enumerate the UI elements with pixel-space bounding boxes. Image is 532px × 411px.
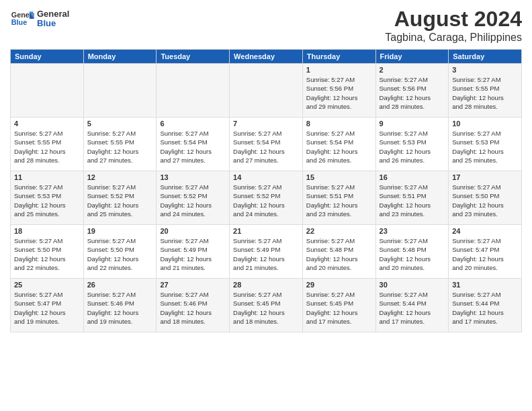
logo-text-general: General [37, 9, 69, 19]
day-number: 24 [452, 227, 518, 235]
calendar-cell: 25 Sunrise: 5:27 AM Sunset: 5:47 PM Dayl… [11, 279, 84, 332]
day-info: Sunrise: 5:27 AM Sunset: 5:47 PM Dayligh… [14, 291, 66, 325]
calendar-cell: 29 Sunrise: 5:27 AM Sunset: 5:45 PM Dayl… [302, 279, 375, 332]
calendar-week-row: 4 Sunrise: 5:27 AM Sunset: 5:55 PM Dayli… [11, 118, 522, 171]
day-number: 5 [87, 120, 153, 128]
day-info: Sunrise: 5:27 AM Sunset: 5:45 PM Dayligh… [306, 291, 358, 325]
day-info: Sunrise: 5:27 AM Sunset: 5:51 PM Dayligh… [306, 183, 358, 218]
day-number: 12 [87, 173, 153, 181]
col-friday: Friday [375, 50, 449, 64]
day-number: 3 [452, 66, 518, 74]
calendar-cell: 2 Sunrise: 5:27 AM Sunset: 5:56 PM Dayli… [375, 64, 449, 118]
day-info: Sunrise: 5:27 AM Sunset: 5:54 PM Dayligh… [306, 130, 358, 164]
day-info: Sunrise: 5:27 AM Sunset: 5:50 PM Dayligh… [452, 183, 504, 218]
calendar-cell: 18 Sunrise: 5:27 AM Sunset: 5:50 PM Dayl… [11, 225, 84, 279]
day-number: 22 [306, 227, 372, 235]
day-number: 6 [160, 120, 226, 128]
calendar-cell: 14 Sunrise: 5:27 AM Sunset: 5:52 PM Dayl… [230, 171, 303, 225]
calendar-cell: 23 Sunrise: 5:27 AM Sunset: 5:48 PM Dayl… [375, 225, 449, 279]
calendar-cell [230, 64, 303, 118]
calendar-cell [83, 64, 157, 118]
calendar-cell: 15 Sunrise: 5:27 AM Sunset: 5:51 PM Dayl… [302, 171, 375, 225]
day-number: 19 [87, 227, 153, 235]
day-info: Sunrise: 5:27 AM Sunset: 5:50 PM Dayligh… [87, 237, 139, 271]
calendar-cell: 11 Sunrise: 5:27 AM Sunset: 5:53 PM Dayl… [11, 171, 84, 225]
day-info: Sunrise: 5:27 AM Sunset: 5:50 PM Dayligh… [14, 237, 66, 271]
calendar-cell: 17 Sunrise: 5:27 AM Sunset: 5:50 PM Dayl… [449, 171, 522, 225]
calendar-title: August 2024 [385, 7, 522, 32]
calendar-cell: 13 Sunrise: 5:27 AM Sunset: 5:52 PM Dayl… [157, 171, 230, 225]
day-info: Sunrise: 5:27 AM Sunset: 5:55 PM Dayligh… [87, 130, 139, 164]
logo-text-blue: Blue [37, 19, 69, 28]
day-info: Sunrise: 5:27 AM Sunset: 5:49 PM Dayligh… [160, 237, 212, 271]
calendar-cell: 31 Sunrise: 5:27 AM Sunset: 5:44 PM Dayl… [449, 279, 522, 332]
calendar-cell: 20 Sunrise: 5:27 AM Sunset: 5:49 PM Dayl… [157, 225, 230, 279]
calendar-cell: 30 Sunrise: 5:27 AM Sunset: 5:44 PM Dayl… [375, 279, 449, 332]
day-number: 11 [14, 173, 80, 181]
day-number: 13 [160, 173, 226, 181]
day-number: 9 [380, 120, 445, 128]
day-number: 10 [452, 120, 518, 128]
day-number: 18 [14, 227, 80, 235]
day-number: 8 [306, 120, 372, 128]
day-number: 20 [160, 227, 226, 235]
day-number: 2 [380, 66, 445, 74]
day-number: 31 [452, 281, 518, 289]
col-wednesday: Wednesday [230, 50, 303, 64]
calendar-week-row: 25 Sunrise: 5:27 AM Sunset: 5:47 PM Dayl… [11, 279, 522, 332]
day-number: 15 [306, 173, 372, 181]
day-info: Sunrise: 5:27 AM Sunset: 5:53 PM Dayligh… [380, 130, 431, 164]
svg-text:Blue: Blue [11, 18, 27, 26]
calendar-cell: 5 Sunrise: 5:27 AM Sunset: 5:55 PM Dayli… [83, 118, 157, 171]
day-number: 7 [233, 120, 299, 128]
day-info: Sunrise: 5:27 AM Sunset: 5:54 PM Dayligh… [233, 130, 285, 164]
day-number: 14 [233, 173, 299, 181]
day-info: Sunrise: 5:27 AM Sunset: 5:52 PM Dayligh… [233, 183, 285, 218]
col-thursday: Thursday [302, 50, 375, 64]
calendar-cell: 21 Sunrise: 5:27 AM Sunset: 5:49 PM Dayl… [230, 225, 303, 279]
title-block: August 2024 Tagbina, Caraga, Philippines [385, 7, 522, 44]
calendar-cell [157, 64, 230, 118]
col-sunday: Sunday [11, 50, 84, 64]
calendar-cell: 10 Sunrise: 5:27 AM Sunset: 5:53 PM Dayl… [449, 118, 522, 171]
calendar-cell: 26 Sunrise: 5:27 AM Sunset: 5:46 PM Dayl… [83, 279, 157, 332]
calendar-table: Sunday Monday Tuesday Wednesday Thursday… [10, 49, 522, 332]
calendar-cell: 9 Sunrise: 5:27 AM Sunset: 5:53 PM Dayli… [375, 118, 449, 171]
calendar-header-row: Sunday Monday Tuesday Wednesday Thursday… [11, 50, 522, 64]
calendar-cell: 8 Sunrise: 5:27 AM Sunset: 5:54 PM Dayli… [302, 118, 375, 171]
day-number: 27 [160, 281, 226, 289]
day-info: Sunrise: 5:27 AM Sunset: 5:53 PM Dayligh… [452, 130, 504, 164]
day-info: Sunrise: 5:27 AM Sunset: 5:48 PM Dayligh… [306, 237, 358, 271]
calendar-week-row: 1 Sunrise: 5:27 AM Sunset: 5:56 PM Dayli… [11, 64, 522, 118]
logo: General Blue General Blue [10, 7, 69, 31]
day-number: 23 [380, 227, 445, 235]
calendar-cell: 4 Sunrise: 5:27 AM Sunset: 5:55 PM Dayli… [11, 118, 84, 171]
col-tuesday: Tuesday [157, 50, 230, 64]
calendar-cell: 16 Sunrise: 5:27 AM Sunset: 5:51 PM Dayl… [375, 171, 449, 225]
day-info: Sunrise: 5:27 AM Sunset: 5:48 PM Dayligh… [380, 237, 431, 271]
day-number: 16 [380, 173, 445, 181]
calendar-week-row: 18 Sunrise: 5:27 AM Sunset: 5:50 PM Dayl… [11, 225, 522, 279]
calendar-cell: 28 Sunrise: 5:27 AM Sunset: 5:45 PM Dayl… [230, 279, 303, 332]
calendar-cell: 24 Sunrise: 5:27 AM Sunset: 5:47 PM Dayl… [449, 225, 522, 279]
day-info: Sunrise: 5:27 AM Sunset: 5:46 PM Dayligh… [87, 291, 139, 325]
col-saturday: Saturday [449, 50, 522, 64]
calendar-body: 1 Sunrise: 5:27 AM Sunset: 5:56 PM Dayli… [11, 64, 522, 332]
day-info: Sunrise: 5:27 AM Sunset: 5:45 PM Dayligh… [233, 291, 285, 325]
day-info: Sunrise: 5:27 AM Sunset: 5:49 PM Dayligh… [233, 237, 285, 271]
day-number: 25 [14, 281, 80, 289]
day-info: Sunrise: 5:27 AM Sunset: 5:52 PM Dayligh… [160, 183, 212, 218]
day-info: Sunrise: 5:27 AM Sunset: 5:54 PM Dayligh… [160, 130, 212, 164]
calendar-cell: 12 Sunrise: 5:27 AM Sunset: 5:52 PM Dayl… [83, 171, 157, 225]
day-info: Sunrise: 5:27 AM Sunset: 5:55 PM Dayligh… [14, 130, 66, 164]
day-info: Sunrise: 5:27 AM Sunset: 5:44 PM Dayligh… [380, 291, 431, 325]
page-header: General Blue General Blue August 2024 Ta… [10, 7, 522, 44]
day-info: Sunrise: 5:27 AM Sunset: 5:46 PM Dayligh… [160, 291, 212, 325]
col-monday: Monday [83, 50, 157, 64]
calendar-cell: 27 Sunrise: 5:27 AM Sunset: 5:46 PM Dayl… [157, 279, 230, 332]
calendar-cell: 6 Sunrise: 5:27 AM Sunset: 5:54 PM Dayli… [157, 118, 230, 171]
calendar-cell: 19 Sunrise: 5:27 AM Sunset: 5:50 PM Dayl… [83, 225, 157, 279]
day-info: Sunrise: 5:27 AM Sunset: 5:47 PM Dayligh… [452, 237, 504, 271]
calendar-cell: 3 Sunrise: 5:27 AM Sunset: 5:55 PM Dayli… [449, 64, 522, 118]
day-info: Sunrise: 5:27 AM Sunset: 5:44 PM Dayligh… [452, 291, 504, 325]
